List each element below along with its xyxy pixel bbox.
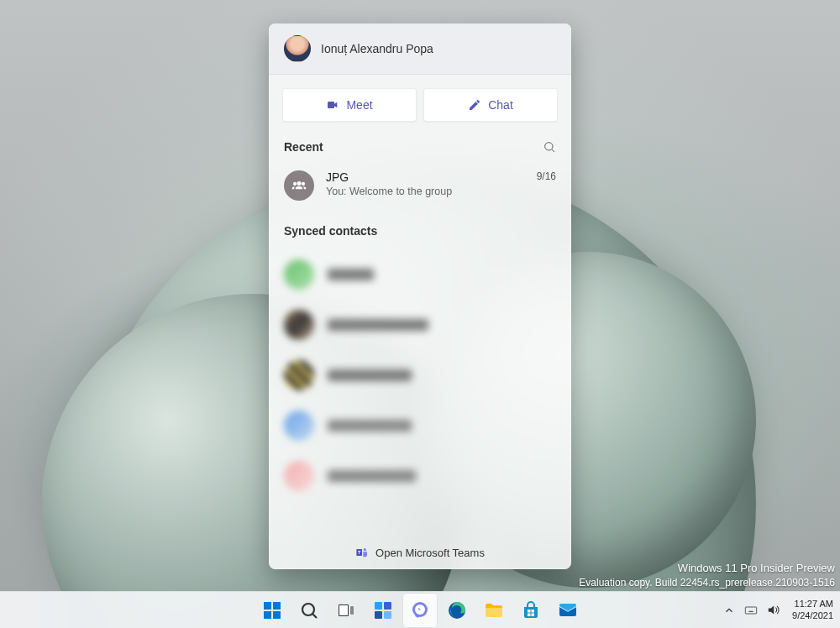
svg-rect-17	[384, 611, 391, 619]
search-icon[interactable]	[543, 140, 556, 154]
store-button[interactable]	[514, 594, 548, 627]
svg-rect-13	[350, 606, 354, 615]
svg-point-0	[545, 143, 553, 150]
speaker-icon	[766, 603, 780, 617]
contact-item[interactable]	[284, 249, 556, 300]
svg-rect-5	[264, 602, 271, 610]
search-button[interactable]	[292, 594, 326, 627]
taskbar: 11:27 AM 9/24/2021	[0, 591, 840, 628]
contact-avatar	[284, 411, 314, 441]
watermark-line2: Evaluation copy. Build 22454.rs_prerelea…	[579, 576, 835, 589]
teams-chat-button[interactable]	[403, 594, 437, 627]
svg-rect-6	[273, 602, 281, 610]
contacts-heading: Synced contacts	[284, 224, 377, 238]
svg-rect-22	[532, 610, 535, 613]
contact-name-blurred	[328, 470, 416, 482]
video-icon	[326, 98, 339, 112]
contact-item[interactable]	[284, 300, 556, 350]
chat-label: Chat	[488, 98, 513, 112]
recent-date: 9/16	[537, 170, 556, 184]
contact-name-blurred	[328, 369, 412, 381]
contact-item[interactable]	[284, 400, 556, 451]
meet-label: Meet	[346, 98, 372, 112]
explorer-button[interactable]	[477, 594, 511, 627]
search-icon	[299, 600, 319, 620]
group-avatar	[284, 170, 314, 201]
contact-name-blurred	[328, 420, 412, 432]
start-button[interactable]	[255, 594, 289, 627]
svg-point-9	[302, 604, 314, 615]
task-view-button[interactable]	[329, 594, 363, 627]
chat-button[interactable]: Chat	[423, 88, 558, 122]
svg-point-4	[364, 548, 366, 551]
volume-button[interactable]	[765, 603, 780, 618]
contact-item[interactable]	[284, 350, 556, 400]
mail-button[interactable]	[551, 594, 585, 627]
store-icon	[521, 600, 541, 620]
task-view-icon	[336, 600, 356, 620]
edge-button[interactable]	[440, 594, 474, 627]
clock-date: 9/24/2021	[792, 610, 833, 621]
contact-name-blurred	[328, 319, 428, 331]
recent-item[interactable]: JPG 9/16 You: Welcome to the group	[284, 165, 556, 219]
recent-heading: Recent	[284, 140, 323, 154]
people-icon	[291, 177, 307, 194]
mail-icon	[558, 600, 578, 620]
svg-rect-16	[375, 611, 382, 619]
svg-rect-14	[375, 602, 382, 610]
taskbar-center	[255, 594, 585, 627]
desktop-watermark: Windows 11 Pro Insider Preview Evaluatio…	[579, 561, 835, 589]
windows-icon	[262, 600, 282, 620]
chevron-up-icon	[723, 604, 735, 616]
folder-icon	[484, 600, 504, 620]
contact-item[interactable]	[284, 451, 556, 501]
open-teams-button[interactable]: T Open Microsoft Teams	[269, 536, 571, 569]
tray-overflow-button[interactable]	[722, 603, 737, 618]
user-name: Ionuț Alexandru Popa	[321, 42, 433, 55]
svg-rect-15	[384, 602, 391, 610]
clock[interactable]: 11:27 AM 9/24/2021	[792, 599, 833, 620]
svg-rect-7	[264, 611, 271, 619]
contact-avatar	[284, 310, 314, 340]
contacts-section: Synced contacts	[269, 219, 571, 536]
recent-section: Recent JPG 9/16 You: Welcome to the grou…	[269, 135, 571, 219]
contact-avatar	[284, 259, 314, 290]
compose-icon	[468, 98, 481, 112]
chat-icon	[410, 600, 430, 620]
svg-line-1	[552, 149, 554, 152]
svg-rect-24	[532, 613, 535, 616]
keyboard-icon	[743, 604, 759, 617]
svg-line-10	[312, 614, 317, 618]
action-row: Meet Chat	[269, 75, 571, 135]
svg-rect-26	[745, 607, 756, 614]
language-indicator[interactable]	[743, 603, 759, 618]
contact-avatar	[284, 360, 314, 390]
clock-time: 11:27 AM	[792, 599, 833, 610]
svg-rect-12	[339, 605, 348, 615]
system-tray: 11:27 AM 9/24/2021	[722, 592, 833, 628]
open-teams-label: Open Microsoft Teams	[375, 547, 485, 559]
svg-rect-8	[273, 611, 281, 619]
svg-rect-23	[528, 613, 531, 616]
teams-chat-flyout: Ionuț Alexandru Popa Meet Chat Recent JP…	[269, 24, 571, 569]
flyout-header[interactable]: Ionuț Alexandru Popa	[269, 24, 571, 75]
avatar	[284, 35, 311, 62]
widgets-button[interactable]	[366, 594, 400, 627]
edge-icon	[447, 600, 467, 620]
teams-icon: T	[355, 546, 369, 559]
widgets-icon	[373, 600, 393, 620]
svg-rect-21	[528, 610, 531, 613]
meet-button[interactable]: Meet	[282, 88, 417, 122]
recent-title: JPG	[326, 170, 349, 184]
recent-subtitle: You: Welcome to the group	[326, 186, 556, 197]
contact-avatar	[284, 461, 314, 491]
watermark-line1: Windows 11 Pro Insider Preview	[579, 561, 835, 576]
contact-name-blurred	[328, 269, 374, 280]
